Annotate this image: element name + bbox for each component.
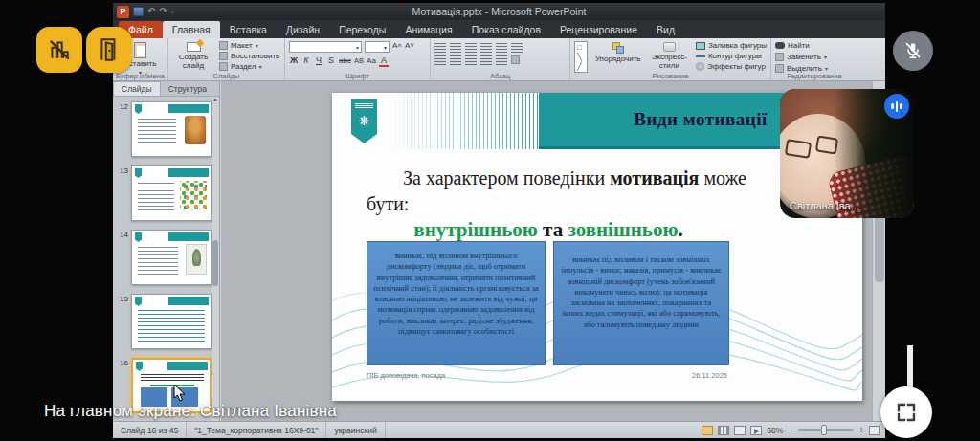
font-name-combo[interactable]: ▾ xyxy=(289,41,362,53)
thumbnail-row: 14 xyxy=(113,230,217,285)
justify-icon[interactable] xyxy=(480,55,492,65)
slide-thumbnail-13[interactable] xyxy=(131,165,212,221)
tab-review[interactable]: Рецензирование xyxy=(550,21,647,38)
grid-off-button[interactable] xyxy=(36,27,82,73)
slides-group: Создать слайд Макет ▾ Восстановить Разде… xyxy=(168,38,285,80)
panel-tab-outline[interactable]: Структура xyxy=(161,82,214,96)
zoom-in-icon[interactable]: + xyxy=(858,426,864,435)
panel-scrollbar[interactable]: ▲ xyxy=(212,97,219,421)
decrease-indent-icon[interactable] xyxy=(465,43,477,53)
zoom-level: 68% xyxy=(767,426,783,435)
shrink-font-icon[interactable]: А˅ xyxy=(405,41,414,53)
font-color-button[interactable]: А xyxy=(379,55,389,67)
arrange-button[interactable]: Упорядочить xyxy=(593,41,643,71)
new-slide-button[interactable]: Создать слайд xyxy=(172,41,214,71)
bold-button[interactable]: Ж xyxy=(289,55,299,65)
shape-outline-button[interactable]: Контур фигуры xyxy=(696,52,767,60)
zoom-slider[interactable] xyxy=(798,429,854,431)
shapes-gallery[interactable]: □ ╲ ╱ ▭ ○ ▭△ ⌒ ◇ ▽ ◠ ·☆ ∿ ( ) ✩ xyxy=(574,41,588,73)
slide-thumbnail-12[interactable] xyxy=(131,101,212,157)
extrinsic-motivation-box[interactable]: виникає під впливом і тиском зовнішніх і… xyxy=(553,241,729,365)
tab-design[interactable]: Дизайн xyxy=(277,21,329,38)
numbering-icon[interactable] xyxy=(450,43,461,53)
language-indicator[interactable]: украинский xyxy=(326,422,385,438)
layout-button[interactable]: Макет ▾ xyxy=(219,41,279,50)
editing-group: Найти Заменить ▾ Выделить ▾ Редактирован… xyxy=(771,38,858,80)
replace-button[interactable]: Заменить ▾ xyxy=(775,53,854,61)
participant-name: Світлана Іва... xyxy=(790,200,859,211)
clipboard-icon xyxy=(134,42,146,58)
slide-thumbnail-14[interactable] xyxy=(131,230,212,285)
tab-insert[interactable]: Вставка xyxy=(220,21,277,38)
text-shadow-button[interactable]: S xyxy=(326,55,336,65)
text-direction-icon[interactable] xyxy=(511,43,523,53)
smartart-convert-icon[interactable] xyxy=(511,55,520,64)
columns-icon[interactable] xyxy=(496,55,507,65)
scroll-up-icon[interactable]: ▲ xyxy=(212,97,219,102)
reading-view-icon[interactable] xyxy=(734,426,746,435)
dropdown-caret-icon: ▾ xyxy=(825,65,828,72)
slideshow-icon[interactable] xyxy=(750,426,762,435)
tab-transitions[interactable]: Переходы xyxy=(329,21,395,38)
bullets-icon[interactable] xyxy=(434,43,446,53)
shape-fill-button[interactable]: Заливка фигуры xyxy=(696,41,767,50)
exit-door-button[interactable] xyxy=(86,27,132,73)
italic-button[interactable]: К xyxy=(301,55,311,65)
strikethrough-button[interactable]: abc xyxy=(339,56,351,65)
thumbnail-row: 15 xyxy=(113,294,217,349)
thumbnail-row: 12 xyxy=(113,101,217,157)
slide-sorter-icon[interactable] xyxy=(718,426,729,435)
ribbon-tab-strip: Файл Главная Вставка Дизайн Переходы Ани… xyxy=(113,20,885,38)
undo-icon[interactable]: ↶ xyxy=(147,7,155,16)
align-left-icon[interactable] xyxy=(434,55,446,65)
find-icon xyxy=(775,42,785,49)
tab-slideshow[interactable]: Показ слайдов xyxy=(462,21,550,38)
shape-effects-button[interactable]: Эффекты фигур xyxy=(696,62,767,71)
powerpoint-window: P ↶ ↷ ▾ Мотивація.pptx - Microsoft Power… xyxy=(113,3,885,438)
dropdown-caret-icon: ▾ xyxy=(258,63,261,70)
fit-to-window-icon[interactable] xyxy=(869,426,880,435)
change-case-button[interactable]: Аа xyxy=(367,56,376,65)
dropdown-caret-icon: ▾ xyxy=(256,42,258,49)
drawing-group: □ ╲ ╱ ▭ ○ ▭△ ⌒ ◇ ▽ ◠ ·☆ ∿ ( ) ✩ Упорядоч… xyxy=(570,38,771,80)
thumbnail-row: 13 xyxy=(113,165,217,221)
normal-view-icon[interactable] xyxy=(702,426,713,435)
tab-view[interactable]: Вид xyxy=(647,21,684,38)
tab-home[interactable]: Главная xyxy=(163,21,220,38)
shape-fill-icon xyxy=(696,42,705,50)
char-spacing-button[interactable]: АВ xyxy=(354,56,364,65)
mouse-cursor-icon xyxy=(173,384,187,403)
underline-button[interactable]: Ч xyxy=(314,55,323,65)
intrinsic-motivation-box[interactable]: виникає, під впливом внутрішнього диском… xyxy=(367,241,546,365)
save-icon[interactable] xyxy=(133,7,144,16)
powerpoint-logo-icon[interactable]: P xyxy=(117,6,129,18)
slides-panel: Слайды Структура ✕ 12 13 14 xyxy=(113,81,220,421)
close-icon[interactable]: ✕ xyxy=(214,84,220,94)
zoom-out-icon[interactable]: − xyxy=(788,426,793,435)
section-button[interactable]: Раздел ▾ xyxy=(219,62,279,71)
reset-button[interactable]: Восстановить xyxy=(219,52,279,60)
grow-font-icon[interactable]: А˄ xyxy=(392,41,402,53)
panel-tab-slides[interactable]: Слайды xyxy=(113,81,161,96)
quick-styles-button[interactable]: Экспресс-стили xyxy=(649,41,690,71)
participant-video-tile[interactable]: Світлана Іва... xyxy=(780,89,914,218)
tab-animation[interactable]: Анимация xyxy=(395,21,461,38)
find-button[interactable]: Найти xyxy=(775,41,854,50)
redo-icon[interactable]: ↷ xyxy=(159,7,167,16)
slide-thumbnail-15[interactable] xyxy=(131,294,212,349)
audio-indicator-icon[interactable] xyxy=(884,94,909,119)
line-spacing-icon[interactable] xyxy=(496,43,507,53)
qat-more-icon[interactable]: ▾ xyxy=(171,9,174,15)
title-bar[interactable]: P ↶ ↷ ▾ Мотивація.pptx - Microsoft Power… xyxy=(113,3,885,20)
theme-name[interactable]: "1_Тема_корпоративна 16Х9-01" xyxy=(187,422,326,438)
align-right-icon[interactable] xyxy=(465,55,477,65)
mic-muted-button[interactable] xyxy=(893,31,933,71)
increase-indent-icon[interactable] xyxy=(480,43,492,53)
intro-text[interactable]: За характером поведінки мотивація може б… xyxy=(367,165,778,217)
footer-date: 26.11.2025 xyxy=(692,371,727,380)
terms-line[interactable]: внутрішньою та зовнішньою. xyxy=(367,218,730,242)
font-size-combo[interactable]: ▾ xyxy=(365,41,390,53)
align-center-icon[interactable] xyxy=(450,55,461,65)
expand-button[interactable] xyxy=(880,386,932,438)
slide-counter: Слайд 16 из 45 xyxy=(113,422,187,438)
